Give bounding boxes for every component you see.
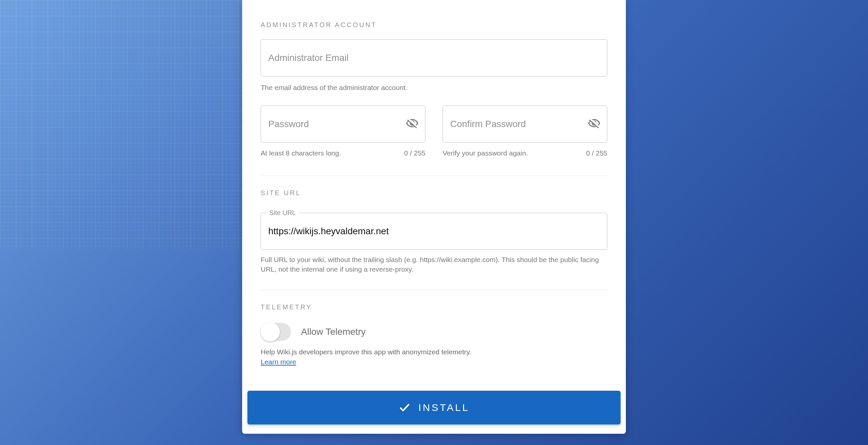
telemetry-toggle[interactable]: [261, 323, 291, 341]
setup-card: ADMINISTRATOR ACCOUNT The email address …: [242, 0, 626, 434]
card-footer: INSTALL: [242, 384, 626, 434]
eye-off-icon[interactable]: [588, 117, 601, 131]
siteurl-float-label: Site URL: [267, 209, 299, 217]
section-title-siteurl: SITE URL: [261, 176, 607, 197]
site-url-input[interactable]: [261, 213, 607, 250]
telemetry-toggle-label: Allow Telemetry: [301, 327, 366, 337]
admin-email-hint: The email address of the administrator a…: [261, 83, 607, 92]
admin-email-input[interactable]: [261, 39, 607, 77]
check-icon: [399, 402, 410, 414]
siteurl-hint: Full URL to your wiki, without the trail…: [261, 255, 607, 274]
password-input[interactable]: [261, 106, 425, 143]
learn-more-link[interactable]: Learn more: [261, 358, 296, 366]
confirm-password-input[interactable]: [443, 106, 607, 143]
toggle-knob: [261, 322, 280, 342]
password-counter: 0 / 255: [404, 149, 425, 157]
confirm-counter: 0 / 255: [586, 149, 607, 157]
install-button-label: INSTALL: [418, 402, 470, 413]
install-button[interactable]: INSTALL: [247, 391, 621, 424]
section-title-telemetry: TELEMETRY: [261, 290, 607, 311]
eye-off-icon[interactable]: [406, 117, 419, 131]
telemetry-hint: Help Wiki.js developers improve this app…: [261, 348, 607, 356]
password-hint: At least 8 characters long.: [261, 149, 341, 157]
confirm-hint: Verify your password again.: [443, 149, 528, 157]
background-grid: [0, 0, 243, 249]
section-title-admin: ADMINISTRATOR ACCOUNT: [261, 0, 607, 29]
